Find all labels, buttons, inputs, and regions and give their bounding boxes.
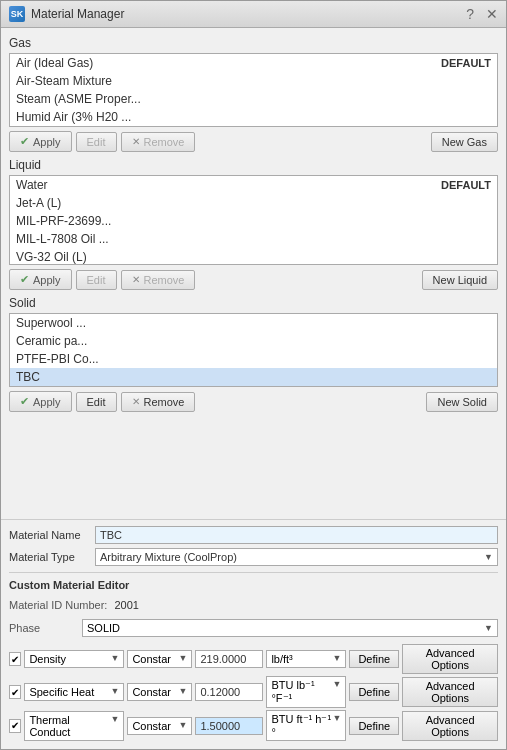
window-title: Material Manager (31, 7, 124, 21)
material-type-arrow: ▼ (484, 552, 493, 562)
gas-edit-button[interactable]: Edit (76, 132, 117, 152)
gas-label: Gas (9, 36, 498, 50)
density-checkbox[interactable]: ✔ (9, 652, 21, 666)
solid-item-superwool[interactable]: Superwool ... (10, 314, 497, 332)
material-type-dropdown[interactable]: Arbitrary Mixture (CoolProp) ▼ (95, 548, 498, 566)
thermal-conduct-define-button[interactable]: Define (349, 717, 399, 735)
liquid-remove-button[interactable]: ✕ Remove (121, 270, 196, 290)
thermal-conduct-unit-dropdown[interactable]: BTU ft⁻¹ h⁻¹ ° ▼ (266, 710, 346, 741)
liquid-list: Water DEFAULT Jet-A (L) MIL-PRF-23699...… (9, 175, 498, 265)
liquid-item-vg32[interactable]: VG-32 Oil (L) (10, 248, 497, 265)
title-bar-right: ? ✕ (466, 7, 498, 21)
gas-remove-button[interactable]: ✕ Remove (121, 132, 196, 152)
specific-heat-value-input[interactable] (195, 683, 263, 701)
material-name-value[interactable]: TBC (95, 526, 498, 544)
title-bar-left: SK Material Manager (9, 6, 124, 22)
solid-remove-x-icon: ✕ (132, 396, 140, 407)
thermal-conduct-row: ✔ Thermal Conduct ▼ Constar ▼ BTU ft⁻¹ h… (9, 710, 498, 741)
thermal-conduct-adv-button[interactable]: Advanced Options (402, 711, 498, 741)
phase-label: Phase (9, 622, 79, 634)
thermal-conduct-name-arrow: ▼ (110, 714, 119, 738)
gas-apply-button[interactable]: ✔ Apply (9, 131, 72, 152)
material-id-label: Material ID Number: (9, 599, 107, 611)
specific-heat-method-arrow: ▼ (178, 686, 187, 698)
material-type-row: Material Type Arbitrary Mixture (CoolPro… (9, 548, 498, 566)
gas-item-air-text: Air (Ideal Gas) (16, 56, 93, 70)
thermal-conduct-checkbox[interactable]: ✔ (9, 719, 21, 733)
specific-heat-unit-dropdown[interactable]: BTU lb⁻¹ °F⁻¹ ▼ (266, 676, 346, 708)
solid-remove-button[interactable]: ✕ Remove (121, 392, 196, 412)
thermal-conduct-method-arrow: ▼ (178, 720, 187, 732)
liquid-edit-button[interactable]: Edit (76, 270, 117, 290)
density-row: ✔ Density ▼ Constar ▼ lb/ft³ ▼ Define Ad… (9, 644, 498, 674)
specific-heat-define-button[interactable]: Define (349, 683, 399, 701)
material-name-row: Material Name TBC (9, 526, 498, 544)
phase-row: Phase SOLID ▼ (9, 619, 498, 637)
solid-apply-button[interactable]: ✔ Apply (9, 391, 72, 412)
properties-container: ✔ Density ▼ Constar ▼ lb/ft³ ▼ Define Ad… (9, 644, 498, 743)
liquid-item-jeta[interactable]: Jet-A (L) (10, 194, 497, 212)
liquid-default-badge: DEFAULT (441, 179, 491, 191)
specific-heat-name-dropdown[interactable]: Specific Heat ▼ (24, 683, 124, 701)
liquid-apply-check-icon: ✔ (20, 273, 29, 286)
liquid-item-water[interactable]: Water DEFAULT (10, 176, 497, 194)
gas-new-button[interactable]: New Gas (431, 132, 498, 152)
solid-label: Solid (9, 296, 498, 310)
help-button[interactable]: ? (466, 7, 474, 21)
specific-heat-checkbox[interactable]: ✔ (9, 685, 21, 699)
material-id-row: Material ID Number: 2001 (9, 598, 498, 612)
gas-item-airsteam[interactable]: Air-Steam Mixture (10, 72, 497, 90)
phase-dropdown[interactable]: SOLID ▼ (82, 619, 498, 637)
title-bar: SK Material Manager ? ✕ (1, 1, 506, 28)
specific-heat-name-arrow: ▼ (110, 686, 119, 698)
remove-x-icon: ✕ (132, 136, 140, 147)
gas-item-air-default: DEFAULT (441, 57, 491, 69)
phase-arrow: ▼ (484, 623, 493, 633)
density-name-dropdown[interactable]: Density ▼ (24, 650, 124, 668)
gas-button-row: ✔ Apply Edit ✕ Remove New Gas (9, 131, 498, 152)
gas-item-steam[interactable]: Steam (ASME Proper... (10, 90, 497, 108)
thermal-conduct-value-input[interactable] (195, 717, 263, 735)
liquid-new-button[interactable]: New Liquid (422, 270, 498, 290)
material-id-value: 2001 (110, 598, 142, 612)
solid-item-ceramic[interactable]: Ceramic pa... (10, 332, 497, 350)
density-define-button[interactable]: Define (349, 650, 399, 668)
density-unit-arrow: ▼ (332, 653, 341, 665)
gas-item-air[interactable]: Air (Ideal Gas) DEFAULT (10, 54, 497, 72)
specific-heat-unit-arrow: ▼ (332, 679, 341, 705)
material-manager-window: SK Material Manager ? ✕ Gas Air (Ideal G… (0, 0, 507, 750)
specific-heat-adv-button[interactable]: Advanced Options (402, 677, 498, 707)
liquid-label: Liquid (9, 158, 498, 172)
density-adv-button[interactable]: Advanced Options (402, 644, 498, 674)
gas-section: Gas Air (Ideal Gas) DEFAULT Air-Steam Mi… (9, 36, 498, 152)
gas-item-humid[interactable]: Humid Air (3% H20 ... (10, 108, 497, 126)
bottom-panel: Material Name TBC Material Type Arbitrar… (1, 519, 506, 749)
custom-editor-label: Custom Material Editor (9, 579, 498, 591)
liquid-remove-x-icon: ✕ (132, 274, 140, 285)
solid-edit-button[interactable]: Edit (76, 392, 117, 412)
solid-new-button[interactable]: New Solid (426, 392, 498, 412)
liquid-button-row: ✔ Apply Edit ✕ Remove New Liquid (9, 269, 498, 290)
divider-1 (9, 572, 498, 573)
density-name-arrow: ▼ (110, 653, 119, 665)
thermal-conduct-method-dropdown[interactable]: Constar ▼ (127, 717, 192, 735)
specific-heat-method-dropdown[interactable]: Constar ▼ (127, 683, 192, 701)
density-method-arrow: ▼ (178, 653, 187, 665)
solid-apply-check-icon: ✔ (20, 395, 29, 408)
close-button[interactable]: ✕ (486, 7, 498, 21)
solid-list: Superwool ... Ceramic pa... PTFE-PBI Co.… (9, 313, 498, 387)
liquid-item-milprf[interactable]: MIL-PRF-23699... (10, 212, 497, 230)
liquid-apply-button[interactable]: ✔ Apply (9, 269, 72, 290)
thermal-conduct-name-dropdown[interactable]: Thermal Conduct ▼ (24, 711, 124, 741)
apply-check-icon: ✔ (20, 135, 29, 148)
thermal-conduct-unit-arrow: ▼ (332, 713, 341, 738)
liquid-item-mill7808[interactable]: MIL-L-7808 Oil ... (10, 230, 497, 248)
liquid-section: Liquid Water DEFAULT Jet-A (L) MIL-PRF-2… (9, 158, 498, 290)
density-method-dropdown[interactable]: Constar ▼ (127, 650, 192, 668)
solid-item-tbc[interactable]: TBC (10, 368, 497, 386)
density-value-input[interactable] (195, 650, 263, 668)
gas-list: Air (Ideal Gas) DEFAULT Air-Steam Mixtur… (9, 53, 498, 127)
density-unit-dropdown[interactable]: lb/ft³ ▼ (266, 650, 346, 668)
solid-item-ptfe[interactable]: PTFE-PBI Co... (10, 350, 497, 368)
solid-section: Solid Superwool ... Ceramic pa... PTFE-P… (9, 296, 498, 412)
